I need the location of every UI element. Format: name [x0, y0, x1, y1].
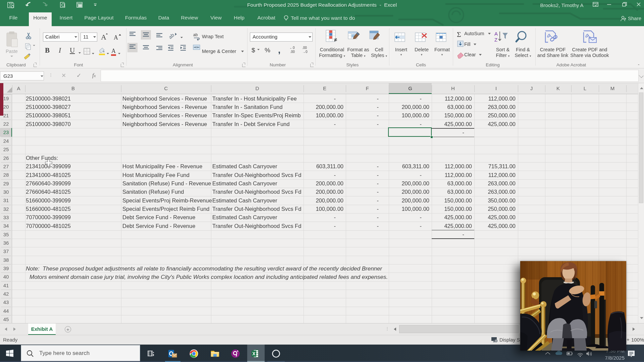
svg-text:.00: .00	[290, 50, 295, 54]
svg-text:A: A	[111, 48, 116, 54]
svg-text:A: A	[494, 31, 498, 37]
svg-text:A: A	[101, 33, 106, 41]
svg-text:Paste: Paste	[6, 49, 18, 54]
svg-text:ab: ab	[167, 32, 175, 40]
svg-text:Σ: Σ	[457, 30, 461, 39]
svg-text:.00: .00	[302, 46, 307, 50]
svg-text:A: A	[114, 34, 118, 41]
svg-text:$: $	[252, 47, 255, 54]
svg-text:,: ,	[278, 45, 280, 55]
svg-text:≠: ≠	[334, 37, 337, 43]
svg-text:ab: ab	[193, 33, 198, 37]
svg-text:→0: →0	[302, 50, 308, 54]
svg-text:Z: Z	[494, 37, 497, 43]
svg-text:%: %	[265, 47, 270, 54]
svg-text:←0: ←0	[289, 46, 295, 50]
